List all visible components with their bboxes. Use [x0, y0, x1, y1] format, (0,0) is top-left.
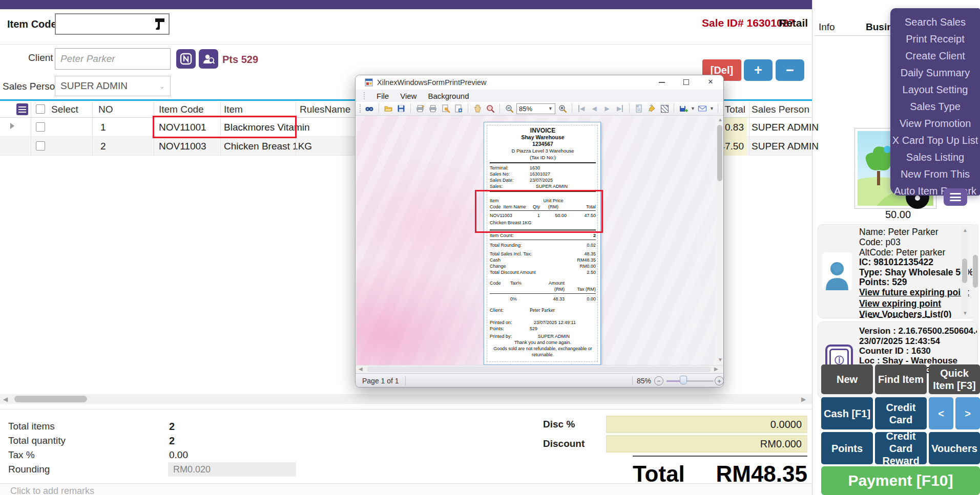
new-button[interactable]: New — [821, 364, 873, 394]
col-header-item[interactable]: Item — [224, 104, 243, 115]
menu-item-print-receipt[interactable]: Print Receipt — [890, 31, 980, 48]
view-expiring-point-link[interactable]: View expiring point — [859, 299, 941, 309]
print-icon[interactable] — [427, 103, 439, 114]
scrollbar-thumb[interactable] — [962, 259, 967, 283]
scroll-up-icon[interactable]: ▲ — [963, 228, 968, 233]
row-checkbox[interactable] — [36, 122, 45, 132]
prev-page-icon[interactable]: ◀ — [589, 103, 600, 114]
watermark-icon[interactable] — [633, 103, 644, 114]
zoom-in-icon[interactable]: + — [715, 376, 724, 385]
avatar — [822, 252, 852, 290]
preview-hscrollbar[interactable]: ◀ ▶ — [356, 365, 724, 373]
zoom-out-icon[interactable]: − — [654, 376, 663, 385]
discount-input[interactable] — [606, 435, 807, 453]
col-header-sales-person[interactable]: Sales Person — [752, 104, 809, 115]
menu-background[interactable]: Background — [428, 92, 469, 100]
scroll-right-icon[interactable]: ▶ — [714, 367, 718, 372]
points-button[interactable]: Points — [821, 432, 873, 464]
hamburger-menu-button[interactable] — [944, 188, 967, 206]
hatch-icon[interactable] — [659, 103, 670, 114]
credit-card-reward-button[interactable]: Credit Card Reward — [875, 432, 927, 464]
receipt-page[interactable]: INVOICE Shay Warehouse 1234567 D Piazza … — [484, 122, 601, 365]
find-icon[interactable] — [364, 103, 375, 114]
scrollbar-thumb[interactable] — [717, 125, 722, 181]
col-header-item-code[interactable]: Item Code — [159, 104, 204, 115]
scroll-left-icon[interactable]: ◀ — [359, 367, 363, 372]
first-page-icon[interactable]: ◀ — [576, 103, 587, 114]
dialog-titlebar[interactable]: XilnexWindowsFormPrintPreview × — [356, 75, 724, 90]
quick-item-button[interactable]: Quick Item [F3] — [929, 364, 980, 394]
menu-file[interactable]: File — [377, 92, 389, 100]
scroll-right-icon[interactable]: ▶ — [801, 396, 806, 402]
tab-info[interactable]: Info — [819, 21, 835, 33]
menu-item-view-promotion[interactable]: View Promotion — [890, 115, 980, 132]
preview-canvas[interactable]: INVOICE Shay Warehouse 1234567 D Piazza … — [356, 116, 716, 365]
save-icon[interactable] — [395, 103, 407, 114]
menu-view[interactable]: View — [400, 92, 416, 100]
col-header-no[interactable]: NO — [98, 104, 113, 115]
add-row-button[interactable]: + — [744, 59, 773, 81]
pan-icon[interactable] — [472, 103, 483, 114]
chevron-down-icon[interactable]: ▼ — [691, 106, 695, 111]
credit-card-button[interactable]: Credit Card — [875, 397, 927, 429]
minimize-icon[interactable] — [659, 82, 665, 83]
client-input[interactable] — [55, 48, 171, 70]
chevron-down-icon[interactable]: ▼ — [710, 106, 714, 111]
scrollbar-thumb[interactable] — [14, 396, 87, 402]
menu-item-new-from-this[interactable]: New From This — [890, 166, 980, 183]
scrollbar-thumb[interactable] — [367, 367, 711, 372]
menu-item-sales-type[interactable]: Sales Type — [890, 98, 980, 115]
select-all-checkbox[interactable] — [36, 104, 45, 114]
table-hscrollbar[interactable]: ◀ ▶ — [0, 394, 812, 404]
row-checkbox[interactable] — [36, 141, 45, 150]
vouchers-button[interactable]: Vouchers — [929, 432, 980, 464]
rounding-input[interactable] — [168, 462, 296, 477]
payment-button[interactable]: Payment [F10] — [821, 466, 980, 495]
export-icon[interactable] — [678, 103, 689, 114]
view-future-expiring-point-link[interactable]: View future expiring point — [859, 288, 969, 298]
client-search-icon[interactable] — [199, 49, 218, 69]
menu-item-sales-listing[interactable]: Sales Listing — [890, 149, 980, 166]
maximize-icon[interactable] — [683, 79, 689, 85]
stop-icon[interactable] — [722, 103, 724, 114]
cash-button[interactable]: Cash [F1] — [821, 397, 873, 429]
menu-item-daily-summary[interactable]: Daily Summary — [890, 64, 980, 81]
find-item-button[interactable]: Find Item — [875, 364, 927, 394]
col-header-select[interactable]: Select — [51, 104, 78, 115]
page-setup-icon[interactable] — [440, 103, 451, 114]
remarks-bar[interactable]: Click to add remarks — [0, 483, 812, 495]
payment-next-button[interactable]: > — [955, 397, 980, 429]
menu-item-search-sales[interactable]: Search Sales — [890, 14, 980, 31]
disc-percent-input[interactable] — [606, 416, 807, 433]
close-icon[interactable]: × — [708, 77, 713, 87]
payment-prev-button[interactable]: < — [929, 397, 953, 429]
zoom-slider-thumb[interactable] — [680, 376, 687, 384]
scroll-up-icon[interactable]: ▲ — [718, 117, 723, 122]
zoom-out-icon[interactable] — [504, 103, 515, 114]
last-page-icon[interactable]: ▶ — [614, 103, 625, 114]
column-options-icon[interactable] — [16, 103, 28, 115]
preview-vscrollbar[interactable]: ▲ ▼ — [716, 116, 724, 365]
fill-color-icon[interactable] — [646, 103, 657, 114]
email-icon[interactable] — [697, 103, 708, 114]
print-setup-icon[interactable]: ? — [414, 103, 426, 114]
scroll-down-icon[interactable]: ▼ — [718, 357, 723, 362]
scrollbar-thumb[interactable] — [973, 255, 978, 288]
next-page-icon[interactable]: ▶ — [601, 103, 613, 114]
open-icon[interactable] — [383, 103, 394, 114]
sales-person-select[interactable]: SUPER ADMIN ⌄ — [55, 76, 171, 96]
col-header-rulesname[interactable]: RulesName — [300, 104, 350, 115]
menu-item-create-client[interactable]: Create Client — [890, 48, 980, 64]
zoom-select-icon[interactable] — [485, 103, 496, 114]
menu-item-x-card-top-up-list[interactable]: X Card Top Up List — [890, 132, 980, 149]
scroll-down-icon[interactable]: ▼ — [963, 311, 968, 316]
menu-item-layout-setting[interactable]: Layout Setting — [890, 81, 980, 98]
nfc-icon[interactable] — [176, 49, 196, 69]
item-code-input[interactable] — [56, 14, 152, 34]
customer-scrollbar[interactable]: ▲ ▼ — [961, 227, 968, 317]
zoom-level-combo[interactable]: 85% ▼ — [516, 103, 555, 114]
fit-page-icon[interactable] — [453, 103, 464, 114]
remove-row-button[interactable]: − — [776, 59, 804, 81]
zoom-in-icon[interactable] — [557, 103, 568, 114]
scroll-left-icon[interactable]: ◀ — [3, 396, 8, 402]
